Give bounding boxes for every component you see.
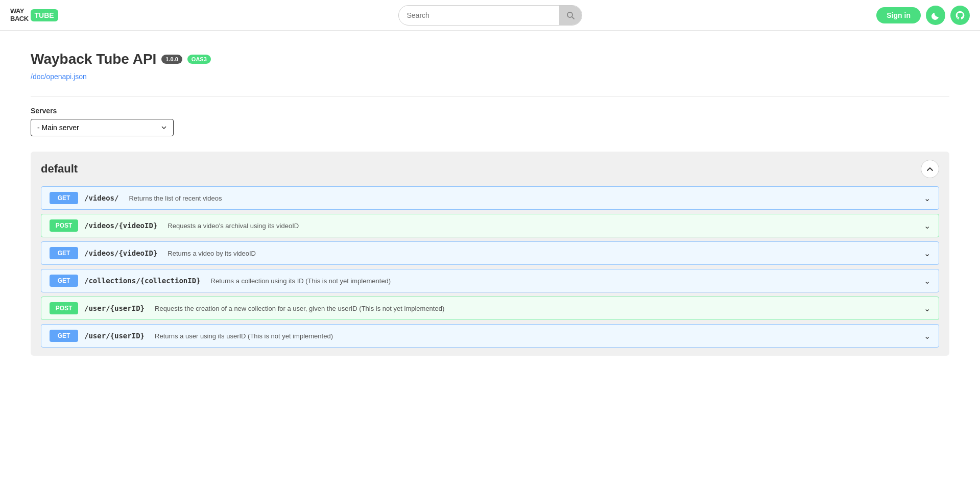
method-badge: GET bbox=[50, 247, 78, 259]
endpoint-path: /user/{userID} bbox=[84, 304, 145, 312]
version-badge: 1.0.0 bbox=[161, 55, 182, 64]
chevron-down-icon: ⌄ bbox=[924, 331, 930, 341]
chevron-up-icon bbox=[926, 165, 934, 172]
endpoint-path: /videos/{videoID} bbox=[84, 249, 157, 257]
server-select[interactable]: - Main server bbox=[31, 119, 174, 136]
endpoint-description: Returns a collection using its ID (This … bbox=[211, 277, 391, 285]
method-badge: GET bbox=[50, 275, 78, 287]
servers-section: Servers - Main server bbox=[31, 107, 949, 136]
endpoint-description: Returns a video by its videoID bbox=[168, 250, 256, 257]
endpoints-container: GET /videos/ Returns the list of recent … bbox=[41, 186, 939, 348]
api-doc-link[interactable]: /doc/openapi.json bbox=[31, 72, 949, 81]
endpoint-row[interactable]: GET /videos/ Returns the list of recent … bbox=[41, 186, 939, 210]
search-area bbox=[398, 5, 582, 26]
endpoint-row[interactable]: GET /user/{userID} Returns a user using … bbox=[41, 324, 939, 348]
moon-icon bbox=[931, 11, 940, 20]
chevron-down-icon: ⌄ bbox=[924, 304, 930, 313]
divider bbox=[31, 96, 949, 96]
github-icon bbox=[955, 10, 965, 20]
endpoint-description: Returns a user using its userID (This is… bbox=[155, 332, 333, 340]
endpoint-left: GET /collections/{collectionID} Returns … bbox=[50, 275, 919, 287]
chevron-down-icon: ⌄ bbox=[924, 249, 930, 258]
chevron-down-icon: ⌄ bbox=[924, 193, 930, 203]
endpoint-path: /videos/ bbox=[84, 194, 118, 202]
search-icon bbox=[566, 11, 575, 19]
logo[interactable]: WAYBACK TUBE bbox=[10, 8, 58, 22]
endpoint-left: GET /videos/{videoID} Returns a video by… bbox=[50, 247, 919, 259]
main-content: Wayback Tube API 1.0.0 OAS3 /doc/openapi… bbox=[0, 31, 980, 493]
api-title: Wayback Tube API bbox=[31, 51, 156, 67]
endpoint-path: /videos/{videoID} bbox=[84, 221, 157, 230]
header: WAYBACK TUBE Sign in bbox=[0, 0, 980, 31]
endpoint-left: GET /user/{userID} Returns a user using … bbox=[50, 330, 919, 342]
logo-tube-text: TUBE bbox=[31, 9, 58, 21]
sign-in-button[interactable]: Sign in bbox=[876, 7, 921, 23]
endpoint-path: /user/{userID} bbox=[84, 332, 145, 340]
search-input-wrap bbox=[398, 5, 582, 26]
svg-line-1 bbox=[572, 17, 574, 19]
chevron-down-icon: ⌄ bbox=[924, 221, 930, 231]
section-title: default bbox=[41, 162, 78, 176]
header-right: Sign in bbox=[876, 6, 970, 25]
endpoint-row[interactable]: GET /videos/{videoID} Returns a video by… bbox=[41, 241, 939, 265]
method-badge: GET bbox=[50, 330, 78, 342]
method-badge: POST bbox=[50, 219, 78, 232]
endpoint-row[interactable]: GET /collections/{collectionID} Returns … bbox=[41, 269, 939, 292]
endpoint-left: GET /videos/ Returns the list of recent … bbox=[50, 192, 919, 204]
method-badge: POST bbox=[50, 302, 78, 314]
section-header: default bbox=[41, 160, 939, 178]
servers-label: Servers bbox=[31, 107, 949, 115]
endpoint-description: Returns the list of recent videos bbox=[129, 194, 222, 202]
theme-toggle-button[interactable] bbox=[926, 6, 945, 25]
logo-wayback-text: WAYBACK bbox=[10, 8, 29, 22]
search-input[interactable] bbox=[399, 7, 559, 23]
endpoint-row[interactable]: POST /user/{userID} Requests the creatio… bbox=[41, 297, 939, 320]
collapse-button[interactable] bbox=[921, 160, 939, 178]
endpoint-description: Requests a video's archival using its vi… bbox=[168, 222, 299, 230]
endpoint-path: /collections/{collectionID} bbox=[84, 277, 201, 285]
oas-badge: OAS3 bbox=[187, 55, 211, 64]
endpoint-left: POST /user/{userID} Requests the creatio… bbox=[50, 302, 919, 314]
search-button[interactable] bbox=[559, 6, 582, 25]
default-section: default GET /videos/ Returns the list of… bbox=[31, 152, 949, 356]
endpoint-row[interactable]: POST /videos/{videoID} Requests a video'… bbox=[41, 214, 939, 237]
github-button[interactable] bbox=[950, 6, 970, 25]
api-title-row: Wayback Tube API 1.0.0 OAS3 bbox=[31, 51, 949, 67]
endpoint-left: POST /videos/{videoID} Requests a video'… bbox=[50, 219, 919, 232]
endpoint-description: Requests the creation of a new collectio… bbox=[155, 305, 444, 312]
method-badge: GET bbox=[50, 192, 78, 204]
chevron-down-icon: ⌄ bbox=[924, 276, 930, 286]
